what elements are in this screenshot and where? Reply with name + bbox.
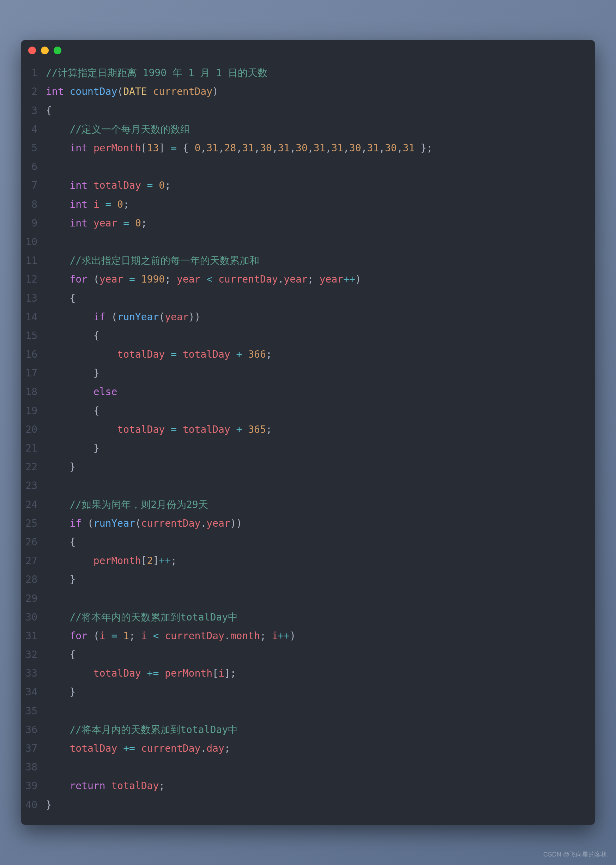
code-content[interactable]: { [46, 326, 595, 345]
code-content[interactable]: int perMonth[13] = { 0,31,28,31,30,31,30… [46, 139, 595, 157]
code-line[interactable]: 40} [21, 796, 595, 814]
code-line[interactable]: 9 int year = 0; [21, 214, 595, 232]
code-line[interactable]: 16 totalDay = totalDay + 366; [21, 345, 595, 364]
code-line[interactable]: 28 } [21, 570, 595, 589]
token-punct [46, 349, 117, 360]
code-line[interactable]: 7 int totalDay = 0; [21, 176, 595, 195]
code-line[interactable]: 11 //求出指定日期之前的每一年的天数累加和 [21, 251, 595, 270]
token-comment: //将本年内的天数累加到totalDay中 [69, 611, 238, 623]
code-content[interactable]: //定义一个每月天数的数组 [46, 120, 595, 139]
code-line[interactable]: 5 int perMonth[13] = { 0,31,28,31,30,31,… [21, 139, 595, 157]
token-var: perMonth [93, 142, 141, 154]
code-content[interactable]: } [46, 683, 595, 701]
code-line[interactable]: 34 } [21, 683, 595, 701]
code-line[interactable]: 24 //如果为闰年，则2月份为29天 [21, 495, 595, 514]
token-number: 31 [331, 142, 343, 154]
code-content[interactable]: } [46, 570, 595, 589]
code-line[interactable]: 25 if (runYear(currentDay.year)) [21, 514, 595, 533]
code-content[interactable] [46, 589, 595, 608]
token-punct [46, 273, 69, 285]
code-line[interactable]: 12 for (year = 1990; year < currentDay.y… [21, 270, 595, 289]
token-number: 31 [278, 142, 290, 154]
code-line[interactable]: 18 else [21, 382, 595, 401]
token-var: currentDay [141, 518, 201, 529]
code-line[interactable]: 31 for (i = 1; i < currentDay.month; i++… [21, 626, 595, 645]
code-content[interactable]: return totalDay; [46, 777, 595, 795]
code-line[interactable]: 22 } [21, 458, 595, 476]
code-content[interactable] [46, 476, 595, 495]
code-content[interactable]: for (year = 1990; year < currentDay.year… [46, 270, 595, 289]
code-content[interactable]: } [46, 796, 595, 814]
code-line[interactable]: 36 //将本月内的天数累加到totalDay中 [21, 721, 595, 739]
code-line[interactable]: 3{ [21, 101, 595, 120]
code-content[interactable]: { [46, 533, 595, 551]
code-content[interactable]: int year = 0; [46, 214, 595, 232]
code-line[interactable]: 6 [21, 157, 595, 176]
code-line[interactable]: 38 [21, 758, 595, 777]
code-content[interactable] [46, 232, 595, 251]
code-line[interactable]: 17 } [21, 364, 595, 382]
minimize-icon[interactable] [41, 47, 49, 54]
code-line[interactable]: 32 { [21, 645, 595, 664]
code-content[interactable]: } [46, 364, 595, 382]
code-content[interactable]: for (i = 1; i < currentDay.month; i++) [46, 626, 595, 645]
code-line[interactable]: 23 [21, 476, 595, 495]
code-content[interactable] [46, 157, 595, 176]
code-line[interactable]: 1//计算指定日期距离 1990 年 1 月 1 日的天数 [21, 63, 595, 82]
code-line[interactable]: 27 perMonth[2]++; [21, 551, 595, 570]
code-content[interactable]: totalDay = totalDay + 365; [46, 420, 595, 439]
token-punct [46, 405, 93, 417]
token-var: currentDay [165, 630, 225, 642]
code-line[interactable]: 2int countDay(DATE currentDay) [21, 82, 595, 101]
line-number: 6 [21, 157, 46, 176]
code-line[interactable]: 15 { [21, 326, 595, 345]
token-punct: ] [159, 142, 171, 154]
code-editor[interactable]: 1//计算指定日期距离 1990 年 1 月 1 日的天数2int countD… [21, 59, 595, 825]
code-line[interactable]: 26 { [21, 533, 595, 551]
code-line[interactable]: 33 totalDay += perMonth[i]; [21, 664, 595, 683]
code-content[interactable]: //将本年内的天数累加到totalDay中 [46, 608, 595, 626]
code-content[interactable]: } [46, 439, 595, 458]
code-line[interactable]: 35 [21, 702, 595, 721]
token-punct: ; [129, 630, 141, 642]
code-content[interactable]: totalDay = totalDay + 366; [46, 345, 595, 364]
code-content[interactable]: int i = 0; [46, 195, 595, 214]
code-content[interactable]: perMonth[2]++; [46, 551, 595, 570]
code-line[interactable]: 8 int i = 0; [21, 195, 595, 214]
close-icon[interactable] [28, 47, 36, 54]
code-line[interactable]: 10 [21, 232, 595, 251]
token-number: 0 [159, 180, 165, 191]
code-line[interactable]: 39 return totalDay; [21, 777, 595, 795]
code-content[interactable]: { [46, 289, 595, 308]
code-content[interactable]: totalDay += currentDay.day; [46, 739, 595, 758]
code-content[interactable]: //计算指定日期距离 1990 年 1 月 1 日的天数 [46, 63, 595, 82]
code-content[interactable]: else [46, 382, 595, 401]
code-content[interactable] [46, 758, 595, 777]
code-content[interactable]: totalDay += perMonth[i]; [46, 664, 595, 683]
code-line[interactable]: 29 [21, 589, 595, 608]
code-content[interactable]: { [46, 645, 595, 664]
token-punct [46, 499, 69, 510]
code-content[interactable]: int countDay(DATE currentDay) [46, 82, 595, 101]
code-content[interactable]: //将本月内的天数累加到totalDay中 [46, 721, 595, 739]
code-content[interactable]: } [46, 458, 595, 476]
code-content[interactable]: //求出指定日期之前的每一年的天数累加和 [46, 251, 595, 270]
code-line[interactable]: 37 totalDay += currentDay.day; [21, 739, 595, 758]
code-content[interactable]: if (runYear(year)) [46, 308, 595, 326]
code-content[interactable] [46, 702, 595, 721]
code-content[interactable]: //如果为闰年，则2月份为29天 [46, 495, 595, 514]
code-content[interactable]: { [46, 402, 595, 420]
code-line[interactable]: 21 } [21, 439, 595, 458]
token-type: int [69, 180, 88, 191]
code-line[interactable]: 20 totalDay = totalDay + 365; [21, 420, 595, 439]
code-line[interactable]: 13 { [21, 289, 595, 308]
code-line[interactable]: 19 { [21, 402, 595, 420]
code-content[interactable]: if (runYear(currentDay.year)) [46, 514, 595, 533]
code-line[interactable]: 30 //将本年内的天数累加到totalDay中 [21, 608, 595, 626]
token-var: i [272, 630, 278, 642]
maximize-icon[interactable] [53, 47, 61, 54]
code-content[interactable]: { [46, 101, 595, 120]
code-line[interactable]: 4 //定义一个每月天数的数组 [21, 120, 595, 139]
code-line[interactable]: 14 if (runYear(year)) [21, 308, 595, 326]
code-content[interactable]: int totalDay = 0; [46, 176, 595, 195]
